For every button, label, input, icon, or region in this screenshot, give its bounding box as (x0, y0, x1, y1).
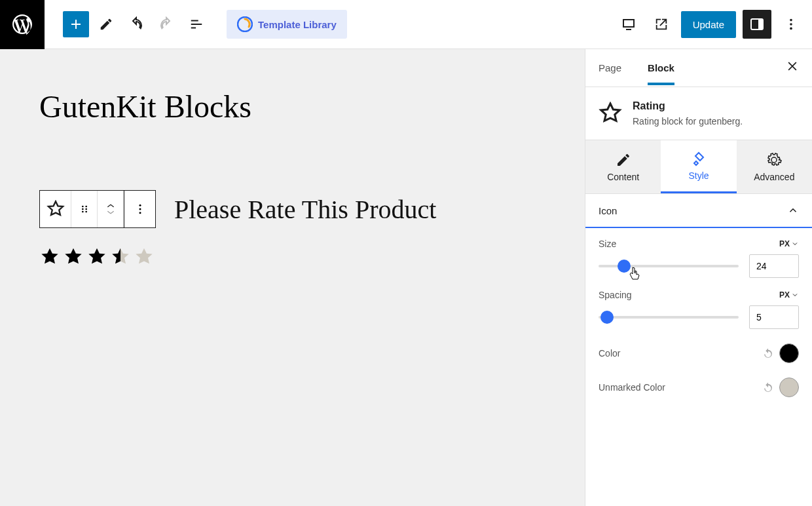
rating-stars[interactable] (39, 246, 545, 267)
svg-point-5 (790, 28, 792, 30)
svg-rect-2 (758, 19, 763, 29)
svg-point-8 (82, 208, 84, 210)
star-3 (86, 246, 107, 267)
wordpress-logo[interactable] (0, 0, 45, 49)
chevron-down-icon (106, 209, 115, 216)
external-preview-button[interactable] (648, 11, 674, 37)
spacing-unit-select[interactable]: PX (779, 290, 799, 300)
svg-point-4 (790, 23, 792, 26)
close-sidebar-button[interactable] (786, 60, 799, 77)
rating-block-icon (599, 102, 622, 125)
size-label: Size (599, 239, 616, 249)
style-icon (691, 151, 707, 166)
star-outline-icon (46, 200, 65, 218)
star-2 (63, 246, 84, 267)
gear-icon (766, 152, 782, 168)
pencil-icon (616, 152, 631, 168)
drag-handle[interactable] (71, 191, 98, 227)
list-icon (189, 17, 204, 31)
more-options-button[interactable] (778, 11, 804, 37)
star-1 (39, 246, 60, 267)
kebab-icon (784, 17, 798, 31)
spacing-slider-thumb[interactable] (600, 311, 614, 324)
kebab-icon (134, 203, 147, 216)
wordpress-icon (10, 12, 34, 36)
svg-point-14 (139, 212, 141, 214)
size-slider-thumb[interactable] (618, 260, 631, 273)
color-swatch[interactable] (779, 343, 799, 363)
unmarked-color-control: Unmarked Color (599, 378, 799, 397)
redo-icon (158, 16, 174, 32)
reset-icon[interactable] (762, 381, 774, 393)
svg-point-3 (790, 19, 792, 22)
sub-tab-style[interactable]: Style (661, 140, 736, 193)
template-library-label: Template Library (258, 19, 337, 30)
svg-point-12 (139, 204, 141, 206)
editor-canvas[interactable]: GutenKit Blocks Please Rate This Product (0, 49, 585, 506)
tab-block[interactable]: Block (648, 50, 674, 85)
main-area: GutenKit Blocks Please Rate This Product (0, 49, 812, 506)
block-more-button[interactable] (124, 191, 155, 227)
page-title[interactable]: GutenKit Blocks (39, 88, 545, 125)
top-toolbar: Template Library Update (0, 0, 812, 49)
size-slider[interactable] (599, 260, 739, 273)
unmarked-color-label: Unmarked Color (599, 382, 665, 393)
toolbar-right-group: Update (616, 10, 812, 39)
sub-tab-advanced[interactable]: Advanced (737, 140, 812, 193)
chevron-up-icon (787, 204, 799, 216)
external-link-icon (654, 17, 669, 31)
template-library-icon (237, 16, 253, 32)
redo-button[interactable] (153, 11, 179, 37)
edit-mode-button[interactable] (93, 11, 119, 37)
pencil-icon (99, 17, 113, 31)
sub-tab-content[interactable]: Content (585, 140, 661, 193)
star-4-half (110, 246, 131, 267)
sidebar-icon (749, 16, 765, 32)
chevron-down-icon (791, 240, 799, 248)
rating-block-row: Please Rate This Product (39, 190, 545, 228)
update-button[interactable]: Update (681, 11, 736, 38)
block-header: Rating Rating block for gutenberg. (585, 87, 812, 140)
tab-page[interactable]: Page (599, 50, 621, 85)
svg-point-13 (139, 208, 141, 210)
drag-icon (79, 204, 90, 214)
desktop-icon (621, 16, 637, 32)
block-toolbar (39, 190, 156, 228)
undo-button[interactable] (123, 11, 149, 37)
sub-tab-advanced-label: Advanced (754, 172, 794, 182)
sub-tab-style-label: Style (688, 170, 709, 181)
svg-point-11 (85, 211, 87, 213)
plus-icon (68, 16, 84, 32)
svg-point-9 (85, 208, 87, 210)
settings-sidebar-toggle[interactable] (743, 10, 771, 39)
rating-block-label[interactable]: Please Rate This Product (174, 194, 436, 225)
size-unit-select[interactable]: PX (779, 239, 799, 248)
panel-icon-header[interactable]: Icon (585, 194, 812, 228)
desktop-preview-button[interactable] (616, 11, 642, 37)
svg-point-7 (85, 206, 87, 208)
template-library-button[interactable]: Template Library (227, 10, 347, 39)
spacing-control: Spacing PX (599, 290, 799, 329)
chevron-down-icon (791, 291, 799, 299)
sidebar-tabs: Page Block (585, 49, 812, 87)
block-type-button[interactable] (40, 191, 71, 227)
panel-title: Icon (599, 205, 617, 216)
undo-icon (128, 16, 144, 32)
size-control: Size PX (599, 239, 799, 278)
svg-point-10 (82, 211, 84, 213)
add-block-button[interactable] (63, 11, 89, 37)
color-label: Color (599, 348, 620, 359)
close-icon (786, 60, 799, 73)
block-description: Rating block for gutenberg. (633, 116, 743, 126)
chevron-up-icon (106, 203, 115, 209)
list-view-button[interactable] (183, 11, 210, 37)
reset-icon[interactable] (762, 347, 774, 359)
star-5-empty (134, 246, 155, 267)
toolbar-left-group: Template Library (45, 10, 347, 39)
unmarked-color-swatch[interactable] (779, 378, 799, 397)
size-input[interactable] (749, 254, 799, 278)
move-block-buttons[interactable] (98, 191, 124, 227)
settings-sidebar: Page Block Rating Rating block for guten… (585, 49, 812, 506)
spacing-slider[interactable] (599, 311, 739, 324)
spacing-input[interactable] (749, 305, 799, 329)
